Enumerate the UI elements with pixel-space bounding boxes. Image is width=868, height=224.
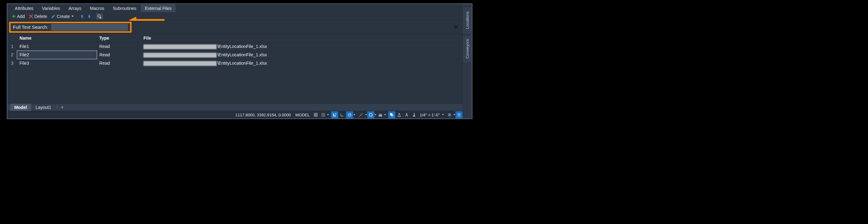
dropdown-caret-icon[interactable] <box>327 114 329 115</box>
table-row[interactable]: 1 File1 Read \EntityLocationFile_1.xlsx <box>7 43 463 51</box>
toolbar-separator <box>94 14 95 19</box>
file-suffix: \EntityLocationFile_1.xlsx <box>217 44 267 49</box>
side-tab-locations[interactable]: Locations <box>463 6 472 34</box>
search-person-icon <box>97 14 102 19</box>
snap-mode-toggle[interactable] <box>320 111 327 118</box>
add-layout-button[interactable] <box>59 105 65 110</box>
dropdown-caret-icon[interactable] <box>365 114 367 115</box>
dropdown-caret-icon[interactable] <box>384 114 386 115</box>
toolbar-separator <box>77 14 77 19</box>
infer-constraints-toggle[interactable] <box>331 111 338 118</box>
compass-a-icon <box>397 113 401 117</box>
cell-name[interactable]: File1 <box>17 43 97 51</box>
polar-tracking-toggle[interactable] <box>346 111 353 118</box>
selection-cycling-toggle[interactable] <box>396 111 403 118</box>
search-highlight-frame: Full Text Search: <box>9 22 132 32</box>
tab-variables[interactable]: Variables <box>38 4 64 12</box>
menu-lines-icon <box>457 113 461 117</box>
ortho-toggle[interactable] <box>339 111 346 118</box>
tab-macros[interactable]: Macros <box>86 4 108 12</box>
tab-arrays[interactable]: Arrays <box>65 4 85 12</box>
cell-type[interactable]: Read <box>97 51 141 59</box>
svg-rect-16 <box>391 114 393 116</box>
arrow-up-icon <box>80 14 84 19</box>
dropdown-caret-icon[interactable] <box>453 114 455 115</box>
grid-toggle[interactable] <box>312 111 319 118</box>
sheet-tab-model[interactable]: Model <box>10 104 31 111</box>
search-input[interactable] <box>51 24 128 31</box>
file-suffix: \EntityLocationFile_1.xlsx <box>217 52 267 58</box>
cell-file[interactable]: \EntityLocationFile_1.xlsx <box>141 51 463 59</box>
header-name[interactable]: Name <box>17 34 97 43</box>
tab-external-files[interactable]: External Files <box>141 4 176 12</box>
file-suffix: \EntityLocationFile_1.xlsx <box>217 61 267 66</box>
svg-point-10 <box>323 116 323 116</box>
svg-rect-14 <box>370 114 372 116</box>
move-up-button[interactable] <box>79 13 85 19</box>
svg-point-3 <box>322 113 322 114</box>
status-bar: 1117.8000, 3392.9154, 0.0000 MODEL <box>7 111 463 118</box>
row-number: 2 <box>7 51 17 59</box>
delete-label: Delete <box>34 13 47 19</box>
redacted-path <box>144 61 217 65</box>
cell-file[interactable]: \EntityLocationFile_1.xlsx <box>141 59 463 67</box>
svg-point-11 <box>324 116 325 116</box>
cell-type[interactable]: Read <box>97 43 141 51</box>
customize-button[interactable] <box>456 111 463 118</box>
header-rownum <box>7 34 17 43</box>
sheet-tab-layout1[interactable]: Layout1 <box>32 104 55 111</box>
cell-name[interactable]: File2 <box>17 51 97 59</box>
table-row[interactable]: 2 File2 Read \EntityLocationFile_1.xlsx <box>7 51 463 59</box>
cell-file[interactable]: \EntityLocationFile_1.xlsx <box>141 43 463 51</box>
svg-point-8 <box>324 114 325 115</box>
annotation-scale-button[interactable] <box>411 111 418 118</box>
panel-tabs: Attributes Variables Arrays Macros Subro… <box>7 4 463 12</box>
create-label: Create <box>57 13 70 19</box>
right-dock-tabs: Locations Conveyors <box>463 4 472 118</box>
dropdown-caret-icon[interactable] <box>353 114 355 115</box>
add-label: Add <box>17 13 25 19</box>
search-toggle-button[interactable] <box>96 13 103 20</box>
tab-subroutines[interactable]: Subroutines <box>109 4 140 12</box>
move-down-button[interactable] <box>86 13 93 19</box>
svg-point-5 <box>324 113 325 114</box>
dropdown-caret-icon[interactable] <box>375 114 377 115</box>
settings-button[interactable] <box>446 111 453 118</box>
tab-attributes[interactable]: Attributes <box>11 4 37 12</box>
annotation-monitor-toggle[interactable] <box>403 111 410 118</box>
svg-point-20 <box>449 114 450 116</box>
redacted-path <box>144 53 217 58</box>
add-button[interactable]: Add <box>10 13 27 20</box>
dropdown-caret-icon[interactable] <box>442 114 444 115</box>
lineweight-icon <box>378 113 382 117</box>
header-type[interactable]: Type <box>97 34 141 43</box>
lineweight-toggle[interactable] <box>377 111 384 118</box>
cell-name[interactable]: File3 <box>17 59 97 67</box>
plus-icon <box>11 14 16 19</box>
row-number: 1 <box>7 43 17 51</box>
svg-point-9 <box>322 116 322 116</box>
dropdown-caret-icon <box>72 16 74 17</box>
isoplane-toggle[interactable] <box>358 111 365 118</box>
layout-tabs: Model Layout1 / <box>7 103 463 111</box>
object-snap-toggle[interactable] <box>367 111 374 118</box>
svg-point-0 <box>98 15 100 17</box>
delete-button[interactable]: Delete <box>27 13 49 20</box>
grid-icon <box>314 113 318 117</box>
header-file[interactable]: File <box>141 34 463 43</box>
gear-icon <box>447 113 452 117</box>
polar-icon <box>347 113 352 117</box>
zoom-scale-readout[interactable]: 1/4" = 1'-0" <box>418 112 441 117</box>
close-search-button[interactable] <box>453 24 459 30</box>
cell-type[interactable]: Read <box>97 59 141 67</box>
svg-point-18 <box>406 113 407 114</box>
create-dropdown[interactable]: Create <box>50 13 75 20</box>
square-cursor-icon <box>369 113 373 117</box>
space-mode[interactable]: MODEL <box>293 112 312 117</box>
toolbar: Add Delete Create <box>7 12 463 21</box>
svg-point-13 <box>349 114 350 115</box>
transparency-toggle[interactable] <box>388 111 395 118</box>
search-label: Full Text Search: <box>13 24 48 30</box>
table-row[interactable]: 3 File3 Read \EntityLocationFile_1.xlsx <box>7 59 463 67</box>
side-tab-conveyors[interactable]: Conveyors <box>463 35 472 62</box>
